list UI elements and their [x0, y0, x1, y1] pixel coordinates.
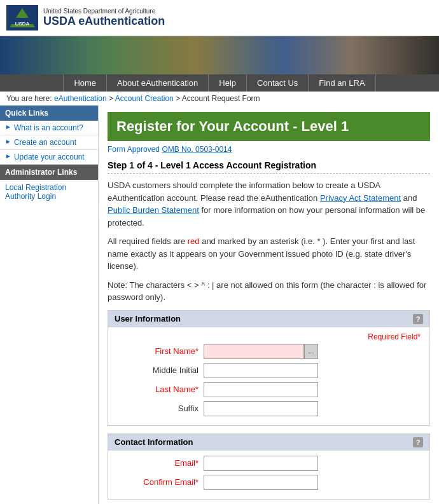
nav-home[interactable]: Home [63, 74, 107, 92]
main-layout: Quick Links ► What is an account? ► Crea… [0, 106, 439, 504]
last-name-input[interactable] [204, 382, 318, 397]
contact-info-body: Email* Confirm Email* [108, 451, 429, 499]
breadcrumb-prefix: You are here: [6, 94, 52, 103]
sidebar-label-lra: Local Registration Authority Login [5, 183, 66, 201]
contact-info-section: Contact Information ? Email* Confirm Ema… [108, 433, 430, 500]
middle-initial-label: Middle Initial [115, 365, 204, 375]
nav-find-lra[interactable]: Find an LRA [309, 74, 375, 92]
site-title: USDA eAuthentication [43, 15, 165, 28]
desc2-text: and [403, 193, 417, 203]
user-info-section: User Information ? Required Field* First… [108, 310, 430, 426]
logo-text: United States Department of Agriculture … [43, 8, 165, 28]
suffix-input[interactable] [204, 401, 318, 416]
desc-paragraph-2: All required fields are red and marked b… [108, 235, 430, 273]
confirm-email-row: Confirm Email* [115, 475, 423, 490]
breadcrumb-form: Account Request Form [182, 94, 260, 103]
contact-info-help-icon[interactable]: ? [413, 437, 423, 447]
arrow-icon: ► [5, 123, 11, 130]
desc-paragraph-1: USDA customers should complete the infor… [108, 179, 430, 229]
privacy-link[interactable]: Privacy Act Statement [320, 193, 401, 203]
main-content: Register for Your Account - Level 1 Form… [99, 106, 439, 504]
sidebar-item-what-is-account[interactable]: ► What is an account? [0, 121, 98, 135]
email-row: Email* [115, 456, 423, 471]
last-name-row: Last Name* [115, 382, 423, 397]
sidebar-item-update-account[interactable]: ► Update your account [0, 150, 98, 165]
breadcrumb-account-creation[interactable]: Account Creation [115, 94, 174, 103]
last-name-label: Last Name* [115, 385, 204, 394]
first-name-btn[interactable]: … [304, 344, 318, 359]
nav-help[interactable]: Help [209, 74, 247, 92]
confirm-email-input-wrap [204, 475, 318, 490]
page-title: Register for Your Account - Level 1 [108, 112, 430, 141]
quick-links-section: Quick Links ► What is an account? ► Crea… [0, 106, 98, 165]
sidebar-label-what-is-account: What is an account? [14, 123, 83, 132]
sidebar-item-create-account[interactable]: ► Create an account [0, 135, 98, 150]
omb-line: Form Approved OMB No. 0503-0014 [108, 145, 430, 154]
user-info-title: User Information [115, 314, 181, 324]
confirm-email-label: Confirm Email* [115, 477, 204, 487]
desc4-prefix: All required fields are [108, 236, 188, 246]
breadcrumb-eauth[interactable]: eAuthentication [54, 94, 107, 103]
user-info-body: Required Field* First Name* … Middle Ini… [108, 327, 429, 425]
suffix-label: Suffix [115, 404, 204, 413]
user-info-help-icon[interactable]: ? [413, 314, 423, 324]
admin-links-title: Administrator Links [0, 165, 98, 180]
first-name-row: First Name* … [115, 344, 423, 359]
breadcrumb: You are here: eAuthentication > Account … [0, 92, 439, 106]
email-input[interactable] [204, 456, 318, 471]
admin-links-section: Administrator Links Local Registration A… [0, 165, 98, 204]
email-input-wrap [204, 456, 318, 471]
first-name-input-wrap: … [204, 344, 318, 359]
arrow-icon: ► [5, 138, 11, 145]
quick-links-title: Quick Links [0, 106, 98, 121]
sidebar-label-update-account: Update your account [14, 153, 85, 161]
burden-link[interactable]: Public Burden Statement [108, 205, 199, 215]
desc4-red: red [188, 236, 200, 246]
middle-initial-row: Middle Initial [115, 363, 423, 378]
middle-initial-input[interactable] [204, 363, 318, 378]
dept-name: United States Department of Agriculture [43, 8, 165, 15]
sidebar-label-create-account: Create an account [14, 138, 76, 147]
header: USDA United States Department of Agricul… [0, 0, 439, 92]
step-header: Step 1 of 4 - Level 1 Access Account Reg… [108, 160, 430, 174]
nav-contact[interactable]: Contact Us [247, 74, 309, 92]
omb-prefix: Form Approved [108, 145, 162, 154]
logo-area: USDA United States Department of Agricul… [6, 5, 165, 31]
last-name-input-wrap [204, 382, 318, 397]
banner-image [0, 36, 439, 74]
required-field-label: Required Field* [115, 332, 423, 341]
user-info-header: User Information ? [108, 311, 429, 327]
omb-link[interactable]: OMB No. 0503-0014 [162, 145, 232, 154]
email-label: Email* [115, 458, 204, 468]
contact-info-title: Contact Information [115, 437, 193, 447]
sidebar-item-lra-login[interactable]: Local Registration Authority Login [0, 180, 98, 204]
first-name-field-group: … [204, 344, 318, 359]
first-name-input[interactable] [204, 344, 304, 359]
confirm-email-input[interactable] [204, 475, 318, 490]
middle-initial-input-wrap [204, 363, 318, 378]
desc-paragraph-3: Note: The characters < > ^ : | are not a… [108, 279, 430, 304]
main-nav: Home About eAuthentication Help Contact … [0, 74, 439, 92]
breadcrumb-sep1: > [109, 94, 115, 103]
usda-logo: USDA [6, 5, 38, 31]
sidebar: Quick Links ► What is an account? ► Crea… [0, 106, 99, 504]
contact-info-header: Contact Information ? [108, 434, 429, 451]
suffix-row: Suffix [115, 401, 423, 416]
first-name-label: First Name* [115, 346, 204, 356]
svg-text:USDA: USDA [15, 21, 30, 27]
suffix-input-wrap [204, 401, 318, 416]
arrow-icon: ► [5, 153, 11, 160]
nav-about[interactable]: About eAuthentication [107, 74, 209, 92]
breadcrumb-sep2: > [176, 94, 182, 103]
